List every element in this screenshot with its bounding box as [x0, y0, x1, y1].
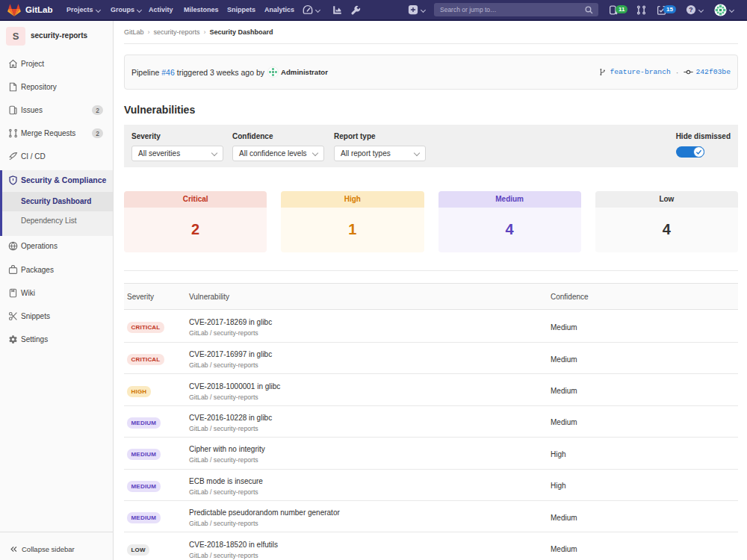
svg-text:?: ?	[689, 6, 692, 13]
